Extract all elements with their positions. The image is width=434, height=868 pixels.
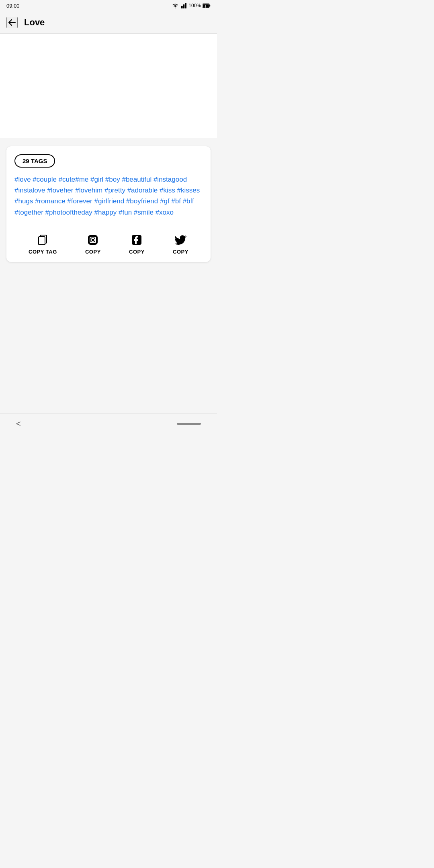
copy-tag-icon <box>36 233 49 246</box>
status-icons: 100% <box>172 3 211 8</box>
nav-back-button[interactable]: < <box>16 419 21 428</box>
svg-rect-4 <box>209 5 210 7</box>
svg-rect-7 <box>39 237 45 245</box>
svg-point-11 <box>95 237 96 238</box>
tags-text: #love #couple #cute#me #girl #boy #beaut… <box>14 174 203 218</box>
copy-instagram-button[interactable]: COPY <box>85 233 101 255</box>
tags-card: 29 TAGS #love #couple #cute#me #girl #bo… <box>6 146 211 262</box>
copy-twitter-label: COPY <box>173 249 188 255</box>
wifi-icon <box>172 3 179 8</box>
svg-rect-1 <box>183 4 185 8</box>
page-title: Love <box>24 17 45 28</box>
ad-area <box>0 34 217 138</box>
top-bar: Love <box>0 11 217 34</box>
main-content: 29 TAGS #love #couple #cute#me #girl #bo… <box>0 138 217 342</box>
copy-tag-button[interactable]: COPY TAG <box>29 233 57 255</box>
status-bar: 09:00 100% <box>0 0 217 11</box>
action-row: COPY TAG COPY COPY <box>14 226 203 262</box>
copy-facebook-label: COPY <box>129 249 145 255</box>
bottom-nav: < <box>0 413 217 434</box>
svg-rect-0 <box>185 3 186 8</box>
back-arrow-icon <box>7 18 17 27</box>
svg-rect-8 <box>88 235 98 245</box>
status-time: 09:00 <box>6 3 20 9</box>
facebook-icon <box>130 233 143 246</box>
svg-rect-2 <box>181 6 183 8</box>
twitter-icon <box>174 233 187 246</box>
signal-icon <box>180 3 187 8</box>
copy-instagram-label: COPY <box>85 249 101 255</box>
tags-count-badge: 29 TAGS <box>14 154 55 168</box>
nav-home-bar <box>177 423 201 425</box>
bottom-area <box>0 342 217 413</box>
back-button[interactable] <box>6 17 18 28</box>
instagram-icon <box>86 233 99 246</box>
copy-tag-label: COPY TAG <box>29 249 57 255</box>
battery-text: 100% <box>188 3 201 8</box>
copy-facebook-button[interactable]: COPY <box>129 233 145 255</box>
battery-icon <box>203 3 211 8</box>
copy-twitter-button[interactable]: COPY <box>173 233 188 255</box>
